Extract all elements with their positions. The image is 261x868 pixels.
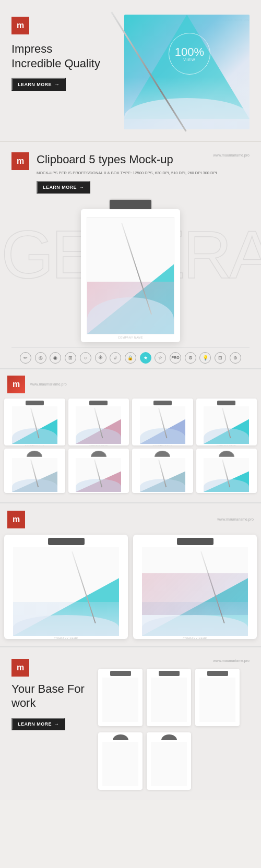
clip-arch-5 [27, 451, 42, 457]
mini-inner-4 [102, 742, 138, 786]
arrow-icon-2: → [79, 185, 84, 190]
large-clip-1 [48, 538, 85, 545]
company-6: COMPANY NAME [70, 492, 127, 493]
company-7: COMPANY NAME [134, 492, 191, 493]
website-url-3: www.maumariame.pro [30, 382, 67, 386]
arrow-icon-5: → [54, 721, 59, 727]
company-3: COMPANY NAME [134, 444, 191, 445]
company-5: COMPANY NAME [6, 492, 63, 493]
section5-footer: m Your Base For work LEARN MORE → www.ma… [0, 646, 261, 800]
clip-3 [153, 401, 172, 405]
clipboard-thumb-2: COMPANY NAME [68, 399, 129, 445]
company-1: COMPANY NAME [6, 444, 63, 445]
clipboard-thumb-8: COMPANY NAME [196, 449, 257, 493]
clipboard-large-2: COMPANY NAME [133, 535, 257, 639]
clip-2 [89, 401, 108, 405]
clipboard-thumb-7: COMPANY NAME [132, 449, 193, 493]
large-company-2: COMPANY NAME [136, 637, 254, 639]
mini-clip-arch-5 [161, 734, 177, 740]
clip-arch-7 [155, 451, 170, 457]
company-label: COMPANY NAME [81, 336, 180, 339]
large-inner-2 [142, 547, 248, 636]
icon-grid[interactable]: ⊞ [65, 352, 76, 364]
arrow-icon: → [54, 81, 60, 87]
icon-sun[interactable]: ✳ [95, 352, 106, 364]
company-8: COMPANY NAME [198, 492, 255, 493]
clipboard-thumb-5: COMPANY NAME [4, 449, 65, 493]
cloud-5 [12, 479, 57, 492]
hero-image-area: www.maumariame.pro 100% VIEW [100, 15, 250, 140]
section2-header: m Clipboard 5 types Mock-up MOCK-UPS PER… [11, 152, 250, 194]
section3-grid: m www.maumariame.pro COMPANY NAME COMPAN… [0, 368, 261, 502]
clipboard-main: COMPANY NAME [81, 200, 180, 342]
company-4: COMPANY NAME [198, 444, 255, 445]
icon-plus[interactable]: ⊕ [230, 352, 241, 364]
section4-header: m www.maumariame.pro [4, 511, 257, 528]
thumb-inner-1 [12, 406, 57, 444]
large-inner-1 [13, 547, 119, 636]
clipboard-thumb-3: COMPANY NAME [132, 399, 193, 445]
section3-header: m www.maumariame.pro [4, 376, 257, 393]
icon-circle-3[interactable]: ○ [80, 352, 91, 364]
icon-star[interactable]: ☆ [155, 352, 166, 364]
clipboard-thumb-6: COMPANY NAME [68, 449, 129, 493]
clipboard-large-1: COMPANY NAME [4, 535, 128, 639]
thumb-inner-4 [204, 406, 249, 444]
clipboard-thumb-4: COMPANY NAME [196, 399, 257, 445]
icon-minus-box[interactable]: ⊟ [215, 352, 226, 364]
thumb-inner-7 [140, 458, 185, 492]
company-2: COMPANY NAME [70, 444, 127, 445]
thumb-inner-3 [140, 406, 185, 444]
clip-arch-6 [91, 451, 106, 457]
learn-more-button[interactable]: LEARN MORE → [11, 78, 66, 91]
brand-logo: m [11, 17, 29, 34]
cloud-puff [124, 98, 250, 129]
section2-clipboard: m Clipboard 5 types Mock-up MOCK-UPS PER… [0, 141, 261, 368]
hero-title: Impress Incredible Quality [11, 42, 100, 70]
clipboard-showcase: GENERA COMPANY NAME [11, 200, 250, 342]
website-url-4: www.maumariame.pro [217, 517, 254, 521]
icon-circle-1[interactable]: ◎ [35, 352, 46, 364]
learn-more-button-5[interactable]: LEARN MORE → [11, 718, 65, 730]
mini-clipboard-5 [147, 732, 191, 790]
cloud-8 [204, 479, 249, 492]
website-url-2: www.maumariame.pro [213, 153, 250, 157]
section2-text: Clipboard 5 types Mock-up MOCK-UPS PER I… [37, 152, 250, 194]
mini-inner-2 [151, 678, 187, 722]
clipboard-clip [110, 200, 151, 209]
icon-lock[interactable]: 🔒 [125, 352, 136, 364]
icon-circle-2[interactable]: ◉ [50, 352, 61, 364]
learn-more-button-2[interactable]: LEARN MORE → [37, 181, 90, 194]
mini-inner-5 [151, 742, 187, 786]
thumb-inner-6 [76, 458, 121, 492]
clipboard-board: COMPANY NAME [81, 209, 180, 342]
section5-clipboards: www.maumariame.pro [98, 659, 250, 790]
cloud-1 [12, 428, 57, 444]
mini-inner-3 [199, 678, 235, 722]
thumb-inner-5 [12, 458, 57, 492]
large-company-1: COMPANY NAME [7, 637, 125, 639]
section2-subtitle: MOCK-UPS PER IS PROFESSIONAL 0 & BOX TYP… [37, 170, 250, 176]
clipboard-paper [87, 217, 174, 334]
clip-4 [217, 401, 235, 405]
clipboard-thumb-1: COMPANY NAME [4, 399, 65, 445]
section5-brand: m [11, 659, 90, 677]
section5-title: Your Base For work [11, 682, 90, 710]
icon-bulb[interactable]: 💡 [199, 352, 211, 364]
icon-hash[interactable]: # [110, 352, 121, 364]
icon-star-active[interactable]: ★ [140, 352, 151, 364]
brand-logo-4: m [7, 511, 25, 528]
hero-cloud [124, 77, 250, 129]
thumb-inner-2 [76, 406, 121, 444]
icon-settings[interactable]: ⚙ [185, 352, 196, 364]
cloud-3 [140, 428, 185, 444]
icon-pro[interactable]: PRO [170, 352, 181, 364]
icon-edit[interactable]: ✏ [20, 352, 31, 364]
clip-1 [26, 401, 44, 405]
clipboard-grid-row2: COMPANY NAME COMPANY NAME COMPANY NAME [4, 449, 257, 493]
mini-clip-2 [159, 671, 180, 676]
mini-inner-1 [102, 678, 138, 722]
mini-clipboard-3 [195, 669, 240, 726]
large-clip-2 [177, 538, 213, 545]
mini-clip-1 [110, 671, 131, 676]
